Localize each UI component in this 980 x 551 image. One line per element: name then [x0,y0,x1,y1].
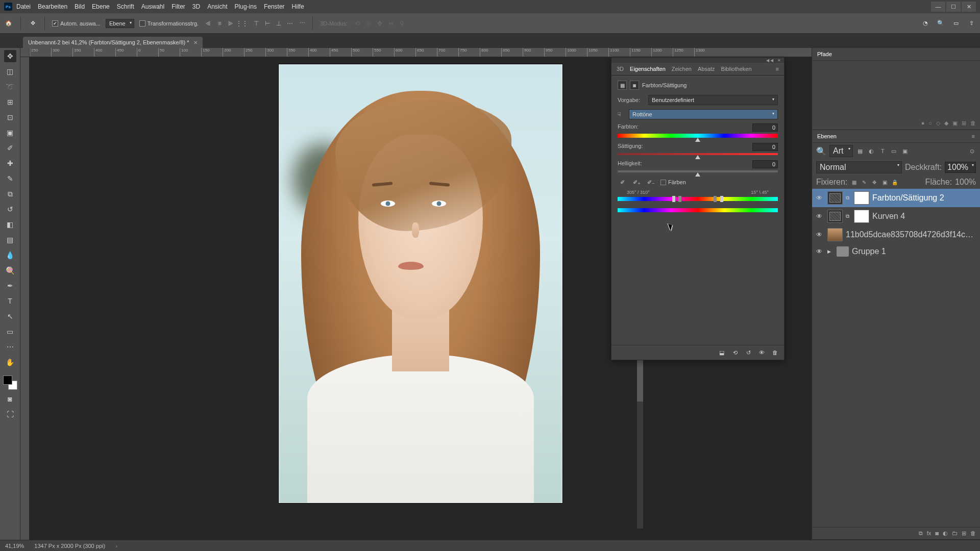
delete-adjustment-icon[interactable]: 🗑 [771,348,779,357]
align-left-icon[interactable]: ⫷ [204,19,213,28]
visibility-icon[interactable]: 👁 [816,231,824,238]
search-icon[interactable]: 🔍 [936,19,945,28]
lightness-value-input[interactable]: 0 [752,160,778,168]
tab-ebenen[interactable]: Ebenen [817,133,837,139]
close-tab-icon[interactable]: ✕ [193,40,198,45]
align-hcenter-icon[interactable]: ≡ [215,19,224,28]
layer-name[interactable]: Gruppe 1 [852,247,976,256]
move-tool[interactable]: ✥ [4,50,16,62]
filter-toggle-icon[interactable]: ⊙ [968,147,976,155]
layer-thumb-image[interactable] [827,228,843,241]
eraser-tool[interactable]: ◧ [4,218,16,231]
collapse-icon[interactable]: ◀◀ [766,58,774,63]
brush-tool[interactable]: ✎ [4,172,16,185]
menu-schrift[interactable]: Schrift [117,3,134,10]
delete-layer-icon[interactable]: 🗑 [970,530,976,537]
blend-mode-dropdown[interactable]: Normal [816,161,902,173]
layer-name[interactable]: 11b0d5dcae835708d4726d3f14ca4c7 [846,230,976,239]
tab-eigenschaften[interactable]: Eigenschaften [630,66,666,72]
menu-fenster[interactable]: Fenster [264,3,285,10]
filter-shape-icon[interactable]: ▭ [890,147,898,155]
layer-thumb-adjustment[interactable] [827,191,843,205]
preview-toggle-icon[interactable]: 👁 [757,348,766,357]
link-layers-icon[interactable]: ⧉ [919,530,923,537]
layer-name[interactable]: Kurven 4 [872,212,976,221]
gradient-tool[interactable]: ▤ [4,234,16,246]
fill-path-icon[interactable]: ● [921,120,925,127]
status-chevron-icon[interactable]: › [115,543,117,549]
crop-tool[interactable]: ⊡ [4,111,16,123]
quickmask-tool[interactable]: ◙ [4,393,16,405]
group-toggle-icon[interactable]: ▶ [827,249,834,254]
filter-search-icon[interactable]: 🔍 [816,146,826,156]
filter-adjust-icon[interactable]: ◐ [867,147,875,155]
lock-brush-icon[interactable]: ✎ [861,179,868,186]
channel-dropdown[interactable]: Rottöne [629,109,778,119]
menu-ebene[interactable]: Ebene [92,3,110,10]
lock-all-icon[interactable]: 🔒 [891,179,898,186]
delete-path-icon[interactable]: 🗑 [970,120,976,127]
add-adjustment-icon[interactable]: ◐ [943,530,948,537]
hue-value-input[interactable]: 0 [752,123,778,132]
lock-artboard-icon[interactable]: ▣ [881,179,888,186]
lock-pixels-icon[interactable]: ▦ [850,179,857,186]
zoom-display[interactable]: 41,19% [5,543,24,549]
layer-thumb-adjustment[interactable] [827,210,843,223]
path-from-selection-icon[interactable]: ◆ [944,120,948,127]
history-brush-tool[interactable]: ↺ [4,203,16,215]
properties-panel[interactable]: ◀◀ ✕ 3D Eigenschaften Zeichen Absatz Bib… [611,57,785,360]
tab-pfade[interactable]: Pfade [817,51,832,57]
layer-filter-dropdown[interactable]: Art [829,145,853,157]
color-swatches[interactable] [3,375,17,390]
move-tool-icon[interactable]: ✥ [28,19,37,28]
menu-filter[interactable]: Filter [172,3,185,10]
eyedropper-tool[interactable]: ✐ [4,142,16,154]
minimize-button[interactable]: — [931,2,945,12]
selection-from-path-icon[interactable]: ◇ [936,120,940,127]
layer-fx-icon[interactable]: fx [927,530,932,537]
filter-pixel-icon[interactable]: ▦ [856,147,864,155]
menu-bearbeiten[interactable]: Bearbeiten [38,3,67,10]
eyedropper-add-icon[interactable]: ✐₊ [632,178,641,187]
stroke-path-icon[interactable]: ○ [928,120,932,127]
align-top-icon[interactable]: ⊤ [252,19,261,28]
layer-row[interactable]: 👁 ▶ Gruppe 1 [812,244,980,259]
layer-thumb-mask[interactable] [854,210,869,223]
visibility-icon[interactable]: 👁 [816,194,824,202]
layer-row[interactable]: 👁 ⧉ Farbton/Sättigung 2 [812,189,980,207]
auto-select-target-dropdown[interactable]: Ebene [106,19,134,28]
foreground-swatch[interactable] [3,375,12,385]
more-align-icon[interactable]: ⋯ [300,20,305,27]
menu-bild[interactable]: Bild [75,3,85,10]
document-image[interactable] [279,64,562,503]
path-select-tool[interactable]: ↖ [4,310,16,322]
menu-3d[interactable]: 3D [192,3,200,10]
home-icon[interactable]: 🏠 [4,19,13,28]
cloud-docs-icon[interactable]: ◔ [921,19,930,28]
previous-state-icon[interactable]: ⟲ [731,348,739,357]
menu-hilfe[interactable]: Hilfe [292,3,304,10]
add-mask-icon[interactable]: ◙ [935,530,939,537]
blur-tool[interactable]: 💧 [4,249,16,261]
visibility-icon[interactable]: 👁 [816,248,824,255]
object-select-tool[interactable]: ⊞ [4,96,16,108]
transform-controls-checkbox[interactable]: Transformationsstrg. [139,20,199,27]
maximize-button[interactable]: ☐ [946,2,961,12]
menu-ansicht[interactable]: Ansicht [207,3,227,10]
eyedropper-set-icon[interactable]: ✐ [618,178,627,187]
new-group-icon[interactable]: 🗀 [952,530,958,537]
align-vcenter-icon[interactable]: ⊢ [263,19,272,28]
edit-toolbar-tool[interactable]: ⋯ [4,341,16,353]
screenmode-tool[interactable]: ⛶ [4,408,16,420]
menu-plugins[interactable]: Plug-ins [235,3,257,10]
clone-tool[interactable]: ⧉ [4,188,16,200]
saturation-value-input[interactable]: 0 [752,143,778,151]
hue-range-indicator[interactable]: 305° / 310° 15° \ 45° [618,191,778,201]
panel-menu-icon[interactable]: ≡ [776,66,779,72]
align-right-icon[interactable]: ⫸ [226,19,235,28]
healing-tool[interactable]: ✚ [4,157,16,169]
tab-bibliotheken[interactable]: Bibliotheken [721,66,752,72]
hand-scrubber-icon[interactable]: ☟ [618,111,629,118]
align-bottom-icon[interactable]: ⊥ [274,19,283,28]
colorize-checkbox[interactable]: Färben [660,179,686,185]
